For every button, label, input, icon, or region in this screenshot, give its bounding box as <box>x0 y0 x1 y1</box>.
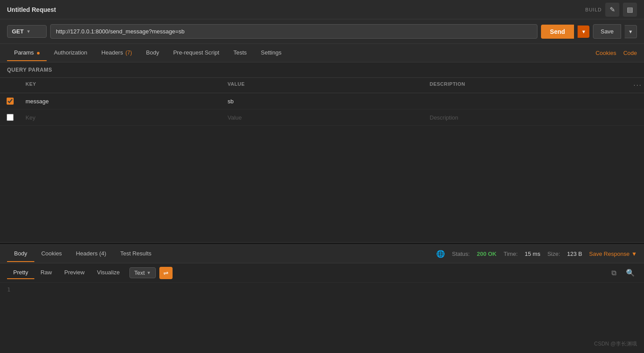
save-label: Save <box>600 28 614 35</box>
response-tab-headers[interactable]: Headers (4) <box>69 246 114 262</box>
save-response-label: Save Response <box>589 251 629 257</box>
build-label: BUILD <box>585 7 602 12</box>
request-tabs-bar: Params Authorization Headers (7) Body Pr… <box>0 44 644 62</box>
table-row-placeholder: Key Value Description <box>0 109 644 126</box>
tab-prerequest-label: Pre-request Script <box>173 49 219 56</box>
wrap-icon: ⇌ <box>163 269 169 277</box>
format-tabs: Pretty Raw Preview Visualize <box>7 266 126 279</box>
response-tab-cookies[interactable]: Cookies <box>34 246 69 262</box>
row-key-cell: message <box>20 93 222 109</box>
tab-body[interactable]: Body <box>139 45 166 61</box>
send-button[interactable]: Send <box>541 25 574 39</box>
response-tab-test-results[interactable]: Test Results <box>113 246 158 262</box>
table-row: message sb <box>0 93 644 109</box>
placeholder-value-cell: Value <box>222 109 424 125</box>
tab-params-label: Params <box>14 49 34 56</box>
tab-body-label: Body <box>146 49 159 56</box>
response-body: 1 <box>0 283 644 353</box>
tab-authorization-label: Authorization <box>54 49 87 56</box>
row-key-value: message <box>26 98 49 105</box>
title-bar-actions: BUILD ✎ ▤ <box>585 3 637 17</box>
tab-tests[interactable]: Tests <box>226 45 254 61</box>
send-dropdown-button[interactable]: ▼ <box>578 25 590 38</box>
copy-button[interactable]: ⧉ <box>607 266 620 280</box>
response-tabs-left: Body Cookies Headers (4) Test Results <box>7 246 158 262</box>
tab-authorization[interactable]: Authorization <box>47 45 94 61</box>
tab-headers-label: Headers <box>101 49 123 56</box>
save-button[interactable]: Save <box>593 24 621 39</box>
title-bar: Untitled Request BUILD ✎ ▤ <box>0 0 644 19</box>
text-format-arrow-icon: ▼ <box>147 270 151 275</box>
code-link[interactable]: Code <box>623 50 637 56</box>
empty-space <box>0 126 644 242</box>
status-value: 200 OK <box>477 251 497 257</box>
status-label: Status: <box>452 251 470 257</box>
row-value-value: sb <box>228 98 234 105</box>
col-key-header: KEY <box>20 78 222 93</box>
format-tab-raw[interactable]: Raw <box>34 266 58 279</box>
search-button[interactable]: 🔍 <box>624 266 637 280</box>
col-checkbox-spacer <box>0 78 20 93</box>
tab-headers[interactable]: Headers (7) <box>94 45 139 61</box>
text-format-dropdown[interactable]: Text ▼ <box>129 267 156 278</box>
edit-icon: ✎ <box>610 6 615 14</box>
col-description-header: DESCRIPTION <box>424 78 626 93</box>
method-label: GET <box>12 28 24 35</box>
copy-icon: ⧉ <box>611 269 616 277</box>
url-input[interactable] <box>50 24 537 39</box>
placeholder-description-cell: Description <box>424 109 626 125</box>
method-arrow-icon: ▼ <box>26 29 31 34</box>
placeholder-checkbox-cell <box>0 109 20 125</box>
row-description-cell <box>424 93 626 109</box>
tab-prerequest[interactable]: Pre-request Script <box>166 45 226 61</box>
placeholder-checkbox[interactable] <box>7 114 14 121</box>
save-response-button[interactable]: Save Response ▼ <box>589 251 637 257</box>
tab-tests-label: Tests <box>233 49 247 56</box>
response-status-area: 🌐 Status: 200 OK Time: 15 ms Size: 123 B… <box>436 250 637 258</box>
format-tab-preview[interactable]: Preview <box>58 266 91 279</box>
placeholder-key-cell: Key <box>20 109 222 125</box>
format-tab-preview-label: Preview <box>64 269 85 276</box>
row-checkbox[interactable] <box>7 98 14 105</box>
cookies-link[interactable]: Cookies <box>596 50 616 56</box>
tab-params[interactable]: Params <box>7 45 47 61</box>
window-title: Untitled Request <box>7 6 56 13</box>
headers-badge: (7) <box>125 50 132 56</box>
more-options-button[interactable]: ··· <box>630 80 644 91</box>
row-value-cell: sb <box>222 93 424 109</box>
save-dropdown-button[interactable]: ▼ <box>625 25 637 38</box>
format-tab-pretty-label: Pretty <box>13 269 28 276</box>
response-tab-test-results-label: Test Results <box>120 250 151 257</box>
console-icon-btn[interactable]: ▤ <box>623 3 637 17</box>
text-format-label: Text <box>134 269 145 276</box>
col-actions-header: ··· Bulk Edit <box>626 78 644 93</box>
format-tab-visualize-label: Visualize <box>97 269 120 276</box>
size-value: 123 B <box>567 251 582 257</box>
query-params-header: Query Params <box>0 62 644 77</box>
format-left: Pretty Raw Preview Visualize Text ▼ ⇌ <box>7 266 173 279</box>
format-tab-visualize[interactable]: Visualize <box>91 266 126 279</box>
format-bar: Pretty Raw Preview Visualize Text ▼ ⇌ <box>0 263 644 283</box>
format-tab-pretty[interactable]: Pretty <box>7 266 34 279</box>
globe-icon: 🌐 <box>436 250 445 258</box>
main-layout: Query Params KEY VALUE DESCRIPTION ··· B… <box>0 62 644 353</box>
size-label: Size: <box>547 251 560 257</box>
wrap-button[interactable]: ⇌ <box>159 267 173 279</box>
edit-icon-btn[interactable]: ✎ <box>605 3 619 17</box>
send-label: Send <box>550 28 565 35</box>
time-label: Time: <box>504 251 518 257</box>
query-params-section: Query Params KEY VALUE DESCRIPTION ··· B… <box>0 62 644 126</box>
tab-settings[interactable]: Settings <box>254 45 289 61</box>
response-tab-body[interactable]: Body <box>7 246 34 262</box>
request-tabs-right: Cookies Code <box>596 50 637 56</box>
line-number: 1 <box>7 286 20 293</box>
request-tabs-left: Params Authorization Headers (7) Body Pr… <box>7 45 288 61</box>
send-arrow-icon: ▼ <box>581 29 586 34</box>
params-table-header: KEY VALUE DESCRIPTION ··· Bulk Edit <box>0 77 644 93</box>
placeholder-actions-cell <box>626 109 644 125</box>
format-tab-raw-label: Raw <box>40 269 52 276</box>
response-tab-cookies-label: Cookies <box>41 250 62 257</box>
method-selector[interactable]: GET ▼ <box>7 25 47 38</box>
response-headers-badge: (4) <box>99 250 106 257</box>
console-icon: ▤ <box>627 6 633 14</box>
